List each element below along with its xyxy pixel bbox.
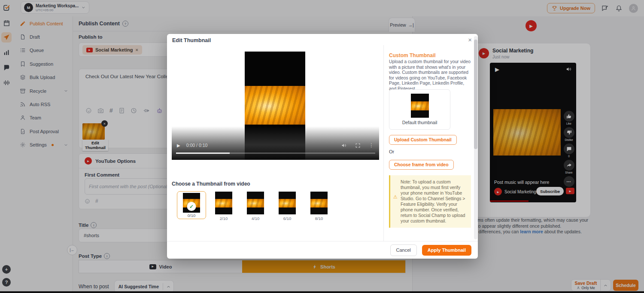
- thumbnail-timestamp: 2/10: [215, 216, 232, 221]
- choose-frame-button[interactable]: Choose frame from video: [389, 160, 454, 170]
- apply-thumbnail-button[interactable]: Apply Thumbnail: [422, 245, 471, 256]
- or-label: Or: [389, 149, 394, 154]
- thumbnail-option-selected[interactable]: ✓ 0/10: [177, 191, 206, 219]
- thumbnail-option[interactable]: 8/10: [310, 192, 328, 221]
- thumbnail-option[interactable]: 2/10: [215, 192, 232, 221]
- kebab-menu-icon[interactable]: ⋮: [369, 142, 374, 148]
- thumbnail-option[interactable]: 6/10: [279, 192, 296, 221]
- volume-icon[interactable]: [341, 143, 347, 148]
- choose-thumbnail-label: Choose a Thumbnail from video: [172, 181, 250, 187]
- modal-footer: Cancel Apply Thumbnail: [167, 241, 478, 259]
- selected-check-icon: ✓: [187, 202, 196, 211]
- default-thumbnail-card[interactable]: Default thumbnail: [389, 89, 450, 130]
- thumbnail-image: [215, 192, 232, 214]
- play-button[interactable]: ▶: [177, 143, 180, 148]
- scrollbar-thumb[interactable]: [474, 40, 477, 149]
- close-icon[interactable]: ×: [468, 37, 472, 43]
- check-glyph: ✓: [189, 204, 194, 210]
- video-player[interactable]: ▶ 0:00 / 0:10 ⋮: [172, 52, 379, 160]
- thumbnail-timestamp: 8/10: [310, 216, 328, 221]
- thumbnail-image: [247, 192, 264, 214]
- upload-custom-thumbnail-button[interactable]: Upload Custom Thumbnail: [389, 135, 457, 145]
- modal-scrollbar[interactable]: [474, 36, 477, 239]
- fullscreen-icon[interactable]: [355, 143, 361, 148]
- thumbnail-timestamp: 0/10: [188, 213, 196, 218]
- thumbnail-timestamp: 4/10: [247, 216, 264, 221]
- seek-bar[interactable]: [176, 153, 375, 154]
- edit-thumbnail-modal: Edit Thumbnail × ▶ 0:00 / 0:10 ⋮ Choose …: [167, 34, 478, 259]
- default-thumbnail-image: [411, 94, 429, 118]
- video-image: [245, 86, 305, 125]
- thumbnail-image: [279, 192, 296, 214]
- player-controls: ▶ 0:00 / 0:10 ⋮: [172, 142, 379, 149]
- cancel-button[interactable]: Cancel: [390, 244, 417, 256]
- default-thumbnail-caption: Default thumbnail: [402, 120, 437, 125]
- thumbnail-image: [310, 192, 328, 214]
- custom-thumbnail-description: Upload a custom thumbnail for your video…: [389, 59, 471, 92]
- phone-verification-note: ⚠ Note: To upload a custom thumbnail, yo…: [389, 175, 471, 228]
- time-display: 0:00 / 0:10: [186, 143, 208, 148]
- modal-divider: [383, 45, 384, 241]
- custom-thumbnail-heading: Custom Thumbnail: [389, 52, 436, 58]
- note-text: Note: To upload a custom thumbnail, you …: [401, 180, 465, 223]
- buffered-segment: [176, 153, 230, 154]
- thumbnail-option[interactable]: 4/10: [247, 192, 264, 221]
- warning-icon: ⚠: [393, 194, 398, 200]
- thumbnail-timestamp: 6/10: [279, 216, 296, 221]
- modal-title: Edit Thumbnail: [172, 37, 211, 43]
